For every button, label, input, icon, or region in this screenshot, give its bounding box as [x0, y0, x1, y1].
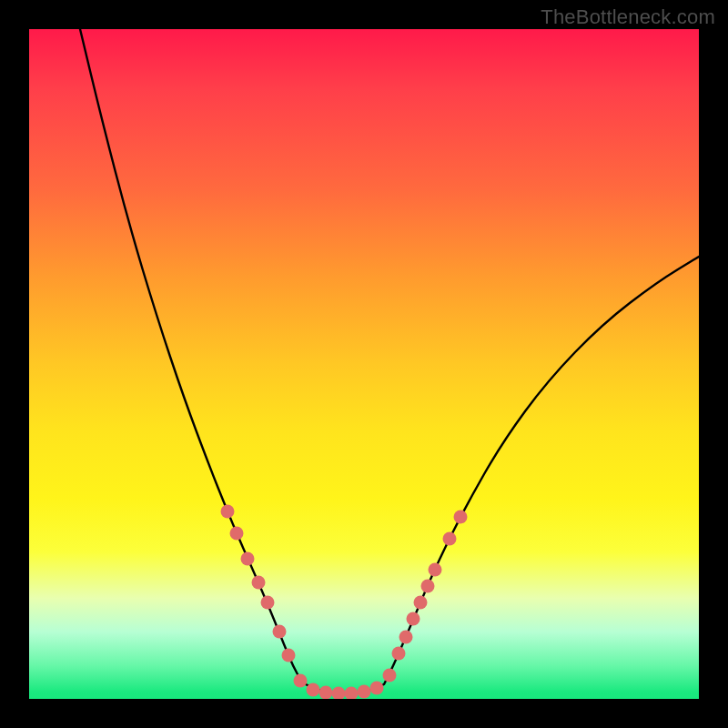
marker-dot	[443, 532, 457, 546]
curve-layer	[29, 29, 699, 699]
marker-dot	[241, 552, 255, 566]
marker-dot	[252, 576, 266, 590]
bottleneck-curve	[80, 29, 699, 693]
marker-dot	[399, 631, 413, 644]
marker-dot	[261, 596, 275, 610]
marker-dot	[392, 647, 406, 661]
marker-dot	[414, 596, 428, 610]
marker-dot	[358, 685, 371, 699]
marker-dot	[273, 625, 287, 639]
marker-dot	[454, 511, 468, 524]
marker-dot	[429, 563, 442, 577]
marker-dot	[383, 669, 397, 682]
marker-dot	[282, 649, 296, 662]
outer-frame: TheBottleneck.com	[0, 0, 728, 728]
marker-dot	[421, 580, 435, 593]
marker-dot	[221, 505, 235, 519]
plot-area	[29, 29, 699, 699]
marker-dots	[221, 505, 468, 700]
marker-dot	[307, 683, 320, 697]
marker-dot	[230, 527, 244, 541]
marker-dot	[345, 687, 359, 700]
marker-dot	[319, 686, 333, 700]
marker-dot	[294, 674, 308, 688]
watermark-text: TheBottleneck.com	[541, 5, 715, 29]
marker-dot	[332, 687, 346, 700]
marker-dot	[370, 682, 384, 695]
marker-dot	[407, 612, 420, 626]
